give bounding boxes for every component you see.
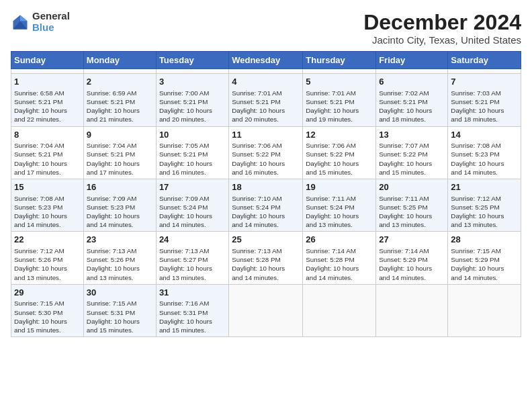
- day-number: 31: [159, 287, 226, 299]
- col-tuesday: Tuesday: [156, 52, 228, 69]
- col-sunday: Sunday: [11, 52, 84, 69]
- day-number: 12: [306, 129, 373, 141]
- day-info: Sunrise: 7:04 AMSunset: 5:21 PMDaylight:…: [14, 141, 81, 177]
- day-number: 23: [87, 234, 153, 246]
- day-info: Sunrise: 7:12 AMSunset: 5:26 PMDaylight:…: [14, 246, 81, 282]
- day-info: Sunrise: 7:08 AMSunset: 5:23 PMDaylight:…: [451, 141, 518, 177]
- day-info: Sunrise: 7:15 AMSunset: 5:30 PMDaylight:…: [14, 299, 81, 334]
- day-number: 6: [379, 76, 445, 88]
- day-number: 22: [14, 234, 81, 246]
- table-row: 17Sunrise: 7:09 AMSunset: 5:24 PMDayligh…: [156, 179, 228, 232]
- table-row: [303, 284, 376, 336]
- day-number: 24: [159, 234, 226, 246]
- calendar-week-row: 29Sunrise: 7:15 AMSunset: 5:30 PMDayligh…: [11, 284, 521, 336]
- logo-icon: [11, 13, 30, 32]
- day-info: Sunrise: 7:01 AMSunset: 5:21 PMDaylight:…: [306, 89, 373, 124]
- day-info: Sunrise: 7:03 AMSunset: 5:21 PMDaylight:…: [451, 89, 518, 124]
- col-thursday: Thursday: [303, 52, 376, 69]
- table-row: 28Sunrise: 7:15 AMSunset: 5:29 PMDayligh…: [448, 232, 521, 284]
- day-number: 28: [451, 234, 518, 246]
- table-row: 13Sunrise: 7:07 AMSunset: 5:22 PMDayligh…: [376, 126, 448, 179]
- title-block: December 2024 Jacinto City, Texas, Unite…: [363, 11, 521, 46]
- table-row: [448, 284, 521, 336]
- table-row: [83, 69, 156, 74]
- day-number: 1: [14, 76, 81, 88]
- day-info: Sunrise: 6:59 AMSunset: 5:21 PMDaylight:…: [87, 89, 153, 124]
- col-friday: Friday: [376, 52, 448, 69]
- table-row: 19Sunrise: 7:11 AMSunset: 5:24 PMDayligh…: [303, 179, 376, 232]
- day-info: Sunrise: 7:00 AMSunset: 5:21 PMDaylight:…: [159, 89, 226, 124]
- table-row: 24Sunrise: 7:13 AMSunset: 5:27 PMDayligh…: [156, 232, 228, 284]
- table-row: 4Sunrise: 7:01 AMSunset: 5:21 PMDaylight…: [229, 74, 303, 126]
- table-row: 11Sunrise: 7:06 AMSunset: 5:22 PMDayligh…: [229, 126, 303, 179]
- day-info: Sunrise: 6:58 AMSunset: 5:21 PMDaylight:…: [14, 89, 81, 124]
- day-number: 4: [232, 76, 300, 88]
- day-info: Sunrise: 7:15 AMSunset: 5:29 PMDaylight:…: [451, 246, 518, 282]
- day-number: 25: [232, 234, 300, 246]
- calendar-week-row: [11, 69, 521, 74]
- day-info: Sunrise: 7:06 AMSunset: 5:22 PMDaylight:…: [306, 141, 373, 177]
- day-number: 15: [14, 181, 81, 193]
- day-number: 29: [14, 287, 81, 299]
- day-number: 20: [379, 181, 445, 193]
- table-row: 9Sunrise: 7:04 AMSunset: 5:21 PMDaylight…: [83, 126, 156, 179]
- day-info: Sunrise: 7:09 AMSunset: 5:24 PMDaylight:…: [159, 194, 226, 230]
- table-row: [229, 69, 303, 74]
- day-number: 26: [306, 234, 373, 246]
- day-info: Sunrise: 7:10 AMSunset: 5:24 PMDaylight:…: [232, 194, 300, 230]
- table-row: [376, 69, 448, 74]
- logo-text: General Blue: [32, 11, 70, 33]
- table-row: 21Sunrise: 7:12 AMSunset: 5:25 PMDayligh…: [448, 179, 521, 232]
- main-title: December 2024: [363, 11, 521, 34]
- calendar-week-row: 8Sunrise: 7:04 AMSunset: 5:21 PMDaylight…: [11, 126, 521, 179]
- day-info: Sunrise: 7:11 AMSunset: 5:24 PMDaylight:…: [306, 194, 373, 230]
- day-number: 18: [232, 181, 300, 193]
- day-number: 16: [87, 181, 153, 193]
- table-row: 3Sunrise: 7:00 AMSunset: 5:21 PMDaylight…: [156, 74, 228, 126]
- table-row: 30Sunrise: 7:15 AMSunset: 5:31 PMDayligh…: [83, 284, 156, 336]
- table-row: [376, 284, 448, 336]
- day-number: 19: [306, 181, 373, 193]
- calendar-week-row: 15Sunrise: 7:08 AMSunset: 5:23 PMDayligh…: [11, 179, 521, 232]
- day-number: 2: [87, 76, 153, 88]
- table-row: [448, 69, 521, 74]
- header: General Blue December 2024 Jacinto City,…: [11, 11, 521, 46]
- day-number: 9: [87, 129, 153, 141]
- day-number: 13: [379, 129, 445, 141]
- day-info: Sunrise: 7:12 AMSunset: 5:25 PMDaylight:…: [451, 194, 518, 230]
- day-info: Sunrise: 7:14 AMSunset: 5:28 PMDaylight:…: [306, 246, 373, 282]
- logo-general: General: [32, 11, 70, 22]
- day-info: Sunrise: 7:11 AMSunset: 5:25 PMDaylight:…: [379, 194, 445, 230]
- table-row: 22Sunrise: 7:12 AMSunset: 5:26 PMDayligh…: [11, 232, 84, 284]
- table-row: 26Sunrise: 7:14 AMSunset: 5:28 PMDayligh…: [303, 232, 376, 284]
- subtitle: Jacinto City, Texas, United States: [363, 34, 521, 46]
- calendar-header-row: Sunday Monday Tuesday Wednesday Thursday…: [11, 52, 521, 69]
- table-row: 5Sunrise: 7:01 AMSunset: 5:21 PMDaylight…: [303, 74, 376, 126]
- day-number: 14: [451, 129, 518, 141]
- day-info: Sunrise: 7:15 AMSunset: 5:31 PMDaylight:…: [87, 299, 153, 334]
- day-number: 7: [451, 76, 518, 88]
- day-number: 10: [159, 129, 226, 141]
- day-info: Sunrise: 7:16 AMSunset: 5:31 PMDaylight:…: [159, 299, 226, 334]
- table-row: 18Sunrise: 7:10 AMSunset: 5:24 PMDayligh…: [229, 179, 303, 232]
- table-row: 12Sunrise: 7:06 AMSunset: 5:22 PMDayligh…: [303, 126, 376, 179]
- day-info: Sunrise: 7:08 AMSunset: 5:23 PMDaylight:…: [14, 194, 81, 230]
- table-row: 31Sunrise: 7:16 AMSunset: 5:31 PMDayligh…: [156, 284, 228, 336]
- table-row: 6Sunrise: 7:02 AMSunset: 5:21 PMDaylight…: [376, 74, 448, 126]
- day-number: 30: [87, 287, 153, 299]
- day-info: Sunrise: 7:07 AMSunset: 5:22 PMDaylight:…: [379, 141, 445, 177]
- day-info: Sunrise: 7:05 AMSunset: 5:21 PMDaylight:…: [159, 141, 226, 177]
- day-info: Sunrise: 7:14 AMSunset: 5:29 PMDaylight:…: [379, 246, 445, 282]
- table-row: 15Sunrise: 7:08 AMSunset: 5:23 PMDayligh…: [11, 179, 84, 232]
- day-info: Sunrise: 7:13 AMSunset: 5:27 PMDaylight:…: [159, 246, 226, 282]
- day-number: 8: [14, 129, 81, 141]
- day-number: 3: [159, 76, 226, 88]
- day-number: 21: [451, 181, 518, 193]
- day-info: Sunrise: 7:02 AMSunset: 5:21 PMDaylight:…: [379, 89, 445, 124]
- table-row: 20Sunrise: 7:11 AMSunset: 5:25 PMDayligh…: [376, 179, 448, 232]
- col-wednesday: Wednesday: [229, 52, 303, 69]
- table-row: 8Sunrise: 7:04 AMSunset: 5:21 PMDaylight…: [11, 126, 84, 179]
- calendar-table: Sunday Monday Tuesday Wednesday Thursday…: [11, 51, 521, 337]
- calendar-week-row: 22Sunrise: 7:12 AMSunset: 5:26 PMDayligh…: [11, 232, 521, 284]
- table-row: 16Sunrise: 7:09 AMSunset: 5:23 PMDayligh…: [83, 179, 156, 232]
